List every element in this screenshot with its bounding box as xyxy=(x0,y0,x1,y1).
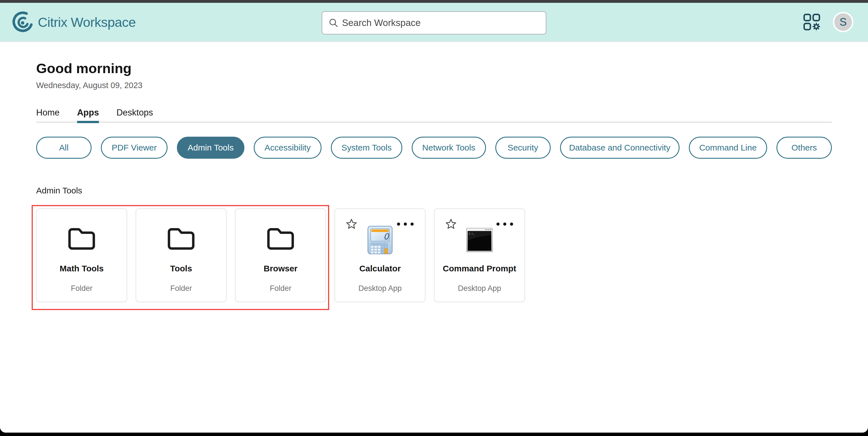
section-title: Admin Tools xyxy=(36,186,832,195)
apps-settings-grid-icon[interactable] xyxy=(803,13,820,31)
filter-admin-tools[interactable]: Admin Tools xyxy=(177,137,244,159)
header-bar: Citrix Workspace xyxy=(0,3,868,42)
terminal-icon: C:\_ xyxy=(466,228,493,254)
favorite-star-icon[interactable] xyxy=(445,218,457,230)
tab-desktops[interactable]: Desktops xyxy=(116,108,153,122)
search-input[interactable] xyxy=(339,18,546,28)
cards-row: Math Tools Folder Tools Folder xyxy=(36,208,832,302)
search-bar xyxy=(322,11,547,34)
citrix-logo-icon xyxy=(12,11,33,33)
card-title: Command Prompt xyxy=(435,264,524,273)
tab-apps[interactable]: Apps xyxy=(77,108,99,122)
folder-icon xyxy=(267,227,294,252)
screen: Citrix Workspace xyxy=(0,0,868,436)
calculator-display-digit: 0 xyxy=(383,232,390,241)
card-calculator[interactable]: 0 xyxy=(335,208,426,302)
brand: Citrix Workspace xyxy=(12,11,135,33)
terminal-prompt-text: C:\_ xyxy=(469,232,475,235)
more-options-icon[interactable] xyxy=(496,223,513,226)
card-subtitle: Desktop App xyxy=(335,284,425,293)
more-options-icon[interactable] xyxy=(397,223,414,226)
brand-title: Citrix Workspace xyxy=(38,14,135,30)
card-title: Tools xyxy=(136,264,226,273)
main-content: Good morning Wednesday, August 09, 2023 … xyxy=(0,60,868,302)
card-title: Math Tools xyxy=(37,264,127,273)
filter-pdf-viewer[interactable]: PDF Viewer xyxy=(101,137,167,159)
tab-home[interactable]: Home xyxy=(36,108,60,122)
header-actions: S xyxy=(803,12,853,32)
greeting-title: Good morning xyxy=(36,60,832,76)
card-tools[interactable]: Tools Folder xyxy=(135,208,227,302)
card-subtitle: Folder xyxy=(37,284,127,293)
card-browser[interactable]: Browser Folder xyxy=(235,208,326,302)
filter-all[interactable]: All xyxy=(36,137,92,159)
window-top-edge xyxy=(0,0,868,3)
filter-database-connectivity[interactable]: Database and Connectivity xyxy=(560,137,680,159)
category-filter-bar: All PDF Viewer Admin Tools Accessibility… xyxy=(36,137,832,159)
card-math-tools[interactable]: Math Tools Folder xyxy=(36,208,127,302)
filter-accessibility[interactable]: Accessibility xyxy=(254,137,321,159)
folder-icon xyxy=(68,227,95,252)
search-icon xyxy=(329,18,339,28)
card-title: Calculator xyxy=(335,264,425,273)
avatar-initial: S xyxy=(839,16,846,28)
main-tabs: Home Apps Desktops xyxy=(36,108,832,123)
filter-network-tools[interactable]: Network Tools xyxy=(412,137,486,159)
filter-security[interactable]: Security xyxy=(495,137,551,159)
favorite-star-icon[interactable] xyxy=(345,218,358,230)
folder-icon xyxy=(167,227,195,252)
filter-command-line[interactable]: Command Line xyxy=(689,137,767,159)
card-subtitle: Folder xyxy=(236,284,326,293)
workspace-window: Citrix Workspace xyxy=(0,3,868,433)
user-avatar[interactable]: S xyxy=(833,12,853,32)
card-subtitle: Desktop App xyxy=(435,284,524,293)
greeting-date: Wednesday, August 09, 2023 xyxy=(36,81,832,90)
filter-system-tools[interactable]: System Tools xyxy=(331,137,402,159)
card-command-prompt[interactable]: C:\_ Command Prompt Desktop App xyxy=(434,208,525,302)
card-title: Browser xyxy=(236,264,326,273)
card-subtitle: Folder xyxy=(136,284,226,293)
filter-others[interactable]: Others xyxy=(776,137,832,159)
calculator-icon: 0 xyxy=(367,225,393,256)
